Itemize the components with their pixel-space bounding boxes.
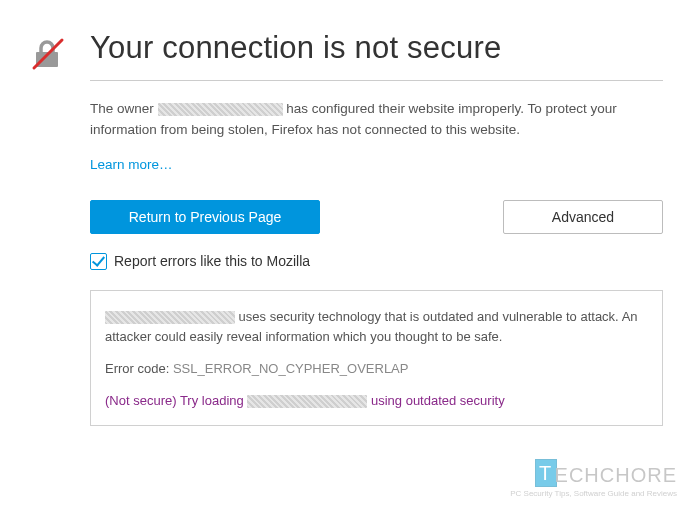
report-checkbox[interactable] — [90, 253, 107, 270]
watermark-tagline: PC Security Tips, Software Guide and Rev… — [510, 489, 677, 498]
try-loading-link[interactable]: Try loading using outdated security — [180, 393, 505, 408]
detail-message: uses security technology that is outdate… — [105, 307, 648, 347]
advanced-details-box: uses security technology that is outdate… — [90, 290, 663, 427]
desc-part1: The owner — [90, 101, 158, 116]
advanced-button[interactable]: Advanced — [503, 200, 663, 234]
redacted-domain-link — [247, 395, 367, 408]
error-code-value: SSL_ERROR_NO_CYPHER_OVERLAP — [173, 361, 409, 376]
warning-description: The owner has configured their website i… — [90, 99, 663, 141]
report-label: Report errors like this to Mozilla — [114, 253, 310, 269]
insecure-lock-icon — [30, 36, 66, 72]
watermark-rest: ECHCHORE — [555, 464, 677, 486]
learn-more-link[interactable]: Learn more… — [90, 157, 173, 172]
redacted-domain-detail — [105, 311, 235, 324]
page-title: Your connection is not secure — [90, 30, 663, 66]
error-code-line: Error code: SSL_ERROR_NO_CYPHER_OVERLAP — [105, 359, 648, 379]
divider — [90, 80, 663, 81]
try-loading-line: (Not secure) Try loading using outdated … — [105, 391, 648, 411]
watermark: TECHCHORE PC Security Tips, Software Gui… — [510, 459, 677, 498]
try-mid: Try loading — [180, 393, 247, 408]
try-suffix: using outdated security — [367, 393, 504, 408]
not-secure-prefix: (Not secure) — [105, 393, 180, 408]
return-button[interactable]: Return to Previous Page — [90, 200, 320, 234]
error-code-label: Error code: — [105, 361, 173, 376]
watermark-brand: TECHCHORE — [510, 459, 677, 487]
watermark-t: T — [535, 459, 557, 487]
redacted-domain — [158, 103, 283, 116]
